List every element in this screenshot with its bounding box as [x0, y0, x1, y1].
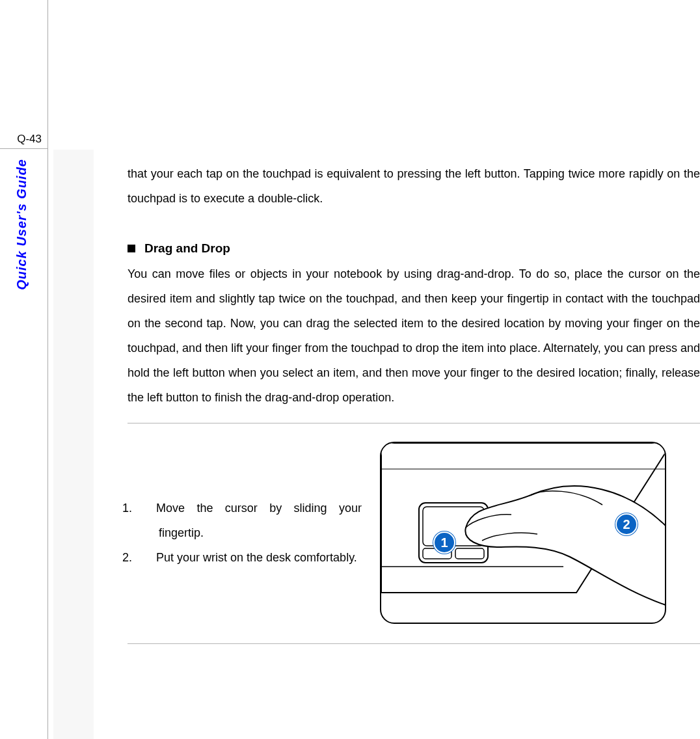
callout-badge-2: 2	[615, 513, 638, 535]
callout-badge-1: 1	[433, 531, 455, 554]
step-text: Move the cursor by sliding your fingerti…	[156, 502, 362, 539]
touchpad-illustration: 1 2	[380, 442, 666, 624]
vertical-rule	[47, 0, 48, 739]
document-page: Q-43 Quick User's Guide that your each t…	[0, 0, 700, 739]
section-title: Drag and Drop	[144, 239, 230, 258]
divider-bottom	[128, 643, 700, 644]
figure-area: 1.Move the cursor by sliding your finger…	[128, 442, 700, 624]
content-area: that your each tap on the touchpad is eq…	[128, 161, 700, 644]
intro-paragraph: that your each tap on the touchpad is eq…	[128, 161, 700, 211]
section-body: You can move files or objects in your no…	[128, 262, 700, 410]
section-heading-row: Drag and Drop	[128, 239, 700, 258]
page-number: Q-43	[10, 133, 42, 146]
step-text: Put your wrist on the desk comfortably.	[156, 551, 357, 564]
divider-top	[128, 423, 700, 423]
side-guide-label: Quick User's Guide	[14, 159, 29, 290]
step-number: 2.	[141, 545, 156, 570]
horizontal-rule	[0, 148, 48, 149]
step-item: 2.Put your wrist on the desk comfortably…	[128, 545, 362, 570]
svg-rect-6	[455, 548, 484, 559]
figure-steps: 1.Move the cursor by sliding your finger…	[128, 496, 362, 570]
margin-strip	[53, 150, 94, 739]
square-bullet-icon	[128, 245, 135, 252]
step-item: 1.Move the cursor by sliding your finger…	[128, 496, 362, 545]
step-number: 1.	[141, 496, 156, 520]
